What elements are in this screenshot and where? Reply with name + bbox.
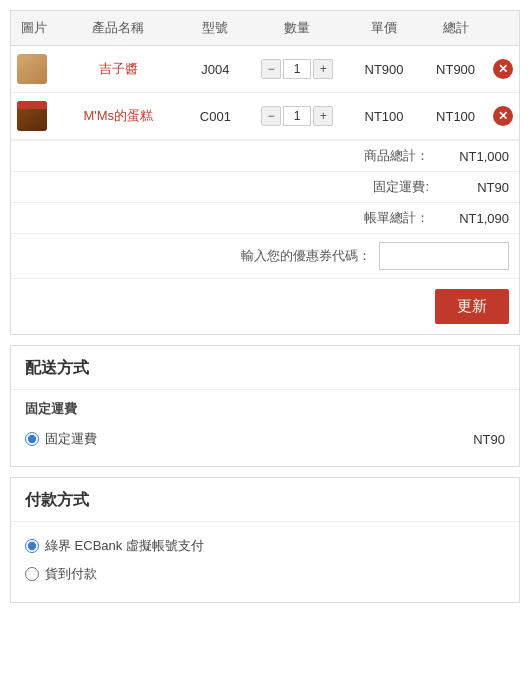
total-label: 帳單總計： <box>364 209 429 227</box>
payment-option-row: 綠界 ECBank 虛擬帳號支付 <box>25 532 505 560</box>
cart-item-remove-cell: ✕ <box>486 46 519 93</box>
cart-item-total-cell: NT100 <box>425 93 486 140</box>
coupon-input[interactable] <box>379 242 509 270</box>
cart-item-qty-cell: −+ <box>251 93 343 140</box>
quantity-decrease-button[interactable]: − <box>261 106 281 126</box>
update-button[interactable]: 更新 <box>435 289 509 324</box>
cart-row: 吉子醬J004−+NT900NT900✕ <box>11 46 519 93</box>
shipping-option-label: 固定運費 <box>45 430 97 448</box>
cart-item-price-cell: NT100 <box>343 93 425 140</box>
cart-item-model-cell: J004 <box>180 46 252 93</box>
col-header-total: 總計 <box>425 11 486 46</box>
product-thumbnail <box>17 54 47 84</box>
col-header-quantity: 數量 <box>251 11 343 46</box>
shipping-section: 配送方式 固定運費 固定運費 NT90 <box>10 345 520 467</box>
shipping-row: 固定運費: NT90 <box>11 171 519 202</box>
cart-item-image-cell <box>11 46 57 93</box>
cart-item-price-cell: NT900 <box>343 46 425 93</box>
cart-item-model-cell: C001 <box>180 93 252 140</box>
total-value: NT1,090 <box>439 211 509 226</box>
quantity-input[interactable] <box>283 106 311 126</box>
quantity-stepper: −+ <box>257 106 337 126</box>
col-header-unit-price: 單價 <box>343 11 425 46</box>
col-header-name: 產品名稱 <box>57 11 180 46</box>
shipping-label: 固定運費: <box>373 178 429 196</box>
shipping-value: NT90 <box>439 180 509 195</box>
remove-item-button[interactable]: ✕ <box>493 59 513 79</box>
cart-item-image-cell <box>11 93 57 140</box>
subtotal-value: NT1,000 <box>439 149 509 164</box>
payment-section-title: 付款方式 <box>11 478 519 522</box>
product-name-link[interactable]: 吉子醬 <box>99 61 138 76</box>
quantity-increase-button[interactable]: + <box>313 106 333 126</box>
shipping-radio[interactable] <box>25 432 39 446</box>
shipping-option-price: NT90 <box>473 432 505 447</box>
shipping-option-title: 固定運費 <box>25 400 505 418</box>
subtotal-label: 商品總計： <box>364 147 429 165</box>
subtotal-row: 商品總計： NT1,000 <box>11 140 519 171</box>
remove-item-button[interactable]: ✕ <box>493 106 513 126</box>
payment-option-label: 貨到付款 <box>45 565 97 583</box>
payment-option-row: 貨到付款 <box>25 560 505 588</box>
col-header-remove <box>486 11 519 46</box>
cart-section: 圖片 產品名稱 型號 數量 單價 總計 吉子醬J004−+NT900NT900✕… <box>10 10 520 335</box>
payment-radio-cod[interactable] <box>25 567 39 581</box>
product-thumbnail <box>17 101 47 131</box>
coupon-label: 輸入您的優惠券代碼： <box>241 247 371 265</box>
col-header-image: 圖片 <box>11 11 57 46</box>
cart-item-qty-cell: −+ <box>251 46 343 93</box>
quantity-input[interactable] <box>283 59 311 79</box>
shipping-section-title: 配送方式 <box>11 346 519 390</box>
cart-table: 圖片 產品名稱 型號 數量 單價 總計 吉子醬J004−+NT900NT900✕… <box>11 11 519 140</box>
cart-item-name-cell: M'Ms的蛋糕 <box>57 93 180 140</box>
col-header-model: 型號 <box>180 11 252 46</box>
cart-item-name-cell: 吉子醬 <box>57 46 180 93</box>
payment-option-label: 綠界 ECBank 虛擬帳號支付 <box>45 537 204 555</box>
quantity-decrease-button[interactable]: − <box>261 59 281 79</box>
payment-radio-ecbank[interactable] <box>25 539 39 553</box>
shipping-section-body: 固定運費 固定運費 NT90 <box>11 390 519 466</box>
quantity-stepper: −+ <box>257 59 337 79</box>
cart-item-remove-cell: ✕ <box>486 93 519 140</box>
cart-item-total-cell: NT900 <box>425 46 486 93</box>
product-name-link[interactable]: M'Ms的蛋糕 <box>83 108 153 123</box>
payment-section-body: 綠界 ECBank 虛擬帳號支付貨到付款 <box>11 522 519 602</box>
shipping-option-row: 固定運費 NT90 <box>25 426 505 452</box>
total-row: 帳單總計： NT1,090 <box>11 202 519 233</box>
shipping-option-left: 固定運費 <box>25 430 97 448</box>
quantity-increase-button[interactable]: + <box>313 59 333 79</box>
payment-section: 付款方式 綠界 ECBank 虛擬帳號支付貨到付款 <box>10 477 520 603</box>
coupon-row: 輸入您的優惠券代碼： <box>11 233 519 278</box>
update-row: 更新 <box>11 278 519 334</box>
cart-row: M'Ms的蛋糕C001−+NT100NT100✕ <box>11 93 519 140</box>
